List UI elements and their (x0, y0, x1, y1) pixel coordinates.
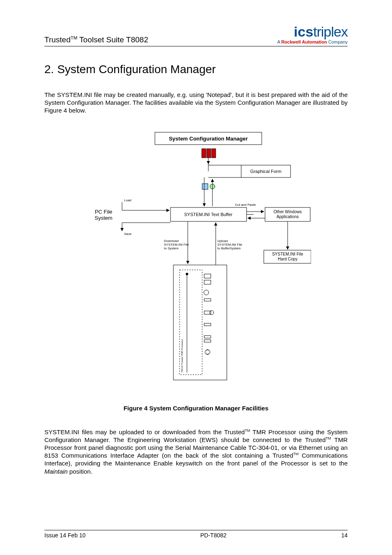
logo-tag-rockwell: Rockwell Automation (281, 39, 327, 44)
tm-1: TM (245, 428, 250, 433)
p2e: position. (68, 468, 92, 475)
text-buffer-label: SYSTEM.INI Text Buffer (184, 212, 233, 217)
company-logo: icstriplex A Rockwell Automation Company (277, 25, 348, 44)
svg-rect-1 (202, 149, 206, 158)
figure-caption: Figure 4 System Configuration Manager Fa… (44, 405, 348, 412)
cut-paste-label: Cut and Paste (235, 203, 256, 207)
section-heading: 2. System Configuration Manager (44, 63, 348, 76)
diagram-title: System Configuration Manager (169, 136, 248, 142)
brand-name: Trusted (44, 35, 71, 44)
scm-diagram-svg: System Configuration Manager Graphical F… (81, 130, 311, 385)
logo-tag-pre: A (277, 39, 281, 44)
ul-3: to BufferSystem (217, 246, 241, 250)
pc-file-sys-1: PC File (95, 209, 113, 215)
other-apps-2: Applications (277, 214, 299, 219)
page: TrustedTM Toolset Suite T8082 icstriplex… (0, 0, 392, 555)
dl-3: to System (164, 246, 179, 250)
intro-paragraph: The SYSTEM.INI file may be created manua… (44, 91, 348, 115)
page-header: TrustedTM Toolset Suite T8082 icstriplex… (44, 25, 348, 46)
tm-mark: TM (71, 35, 77, 40)
hc-1: SYSTEM.INI File (272, 252, 303, 256)
ul-1: Upload (217, 239, 228, 243)
save-label: Save (124, 232, 132, 236)
svg-rect-9 (202, 184, 208, 189)
tm-3: TM (293, 452, 299, 456)
module-label: T8110 Trusted TMR Processor (181, 339, 183, 373)
logo-tag-post: Company (327, 39, 348, 44)
hc-2: Hard Copy (278, 257, 297, 261)
other-apps-1: Other Windows (274, 210, 302, 214)
graphical-form-label: Graphical Form (250, 169, 281, 174)
footer-issue: Issue 14 Feb 10 (44, 532, 85, 539)
p2a: SYSTEM.INI files may be uploaded to or d… (44, 428, 245, 435)
page-footer: Issue 14 Feb 10 PD-T8082 14 (44, 530, 348, 539)
ul-2: SYSTEM.INI File (217, 243, 242, 246)
logo-text-triplex: triplex (313, 24, 348, 39)
figure-4-diagram: System Configuration Manager Graphical F… (44, 130, 348, 385)
dl-2: SYSTEM.INI File (164, 243, 189, 246)
footer-page-number: 14 (341, 532, 348, 539)
body-paragraph-2: SYSTEM.INI files may be uploaded to or d… (44, 428, 348, 475)
product-suite: Toolset Suite T8082 (77, 35, 148, 44)
logo-text-ics: ics (294, 24, 313, 39)
footer-docid: PD-T8082 (201, 532, 227, 539)
dl-1: Download (164, 239, 179, 243)
pc-file-sys-2: System (95, 215, 112, 221)
p2-maintain: Maintain (44, 468, 68, 475)
header-product-line: TrustedTM Toolset Suite T8082 (44, 35, 148, 44)
tm-2: TM (326, 436, 331, 440)
svg-rect-3 (212, 149, 216, 158)
load-label: Load (124, 198, 131, 202)
svg-rect-2 (207, 149, 211, 158)
